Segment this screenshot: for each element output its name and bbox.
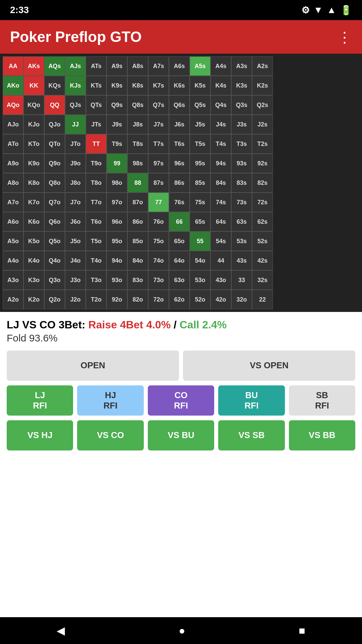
hand-cell-99[interactable]: 99 bbox=[107, 154, 127, 173]
hand-cell-j5o[interactable]: J5o bbox=[65, 231, 86, 251]
hand-cell-q5o[interactable]: Q5o bbox=[44, 231, 65, 251]
hand-cell-75s[interactable]: 75s bbox=[190, 193, 210, 212]
hand-cell-j7o[interactable]: J7o bbox=[65, 193, 86, 212]
hand-cell-82o[interactable]: 82o bbox=[127, 290, 148, 309]
hand-cell-k2o[interactable]: K2o bbox=[23, 290, 44, 309]
hand-cell-jts[interactable]: JTs bbox=[86, 115, 107, 134]
hand-cell-53o[interactable]: 53o bbox=[190, 270, 210, 290]
hj-rfi-button[interactable]: HJRFI bbox=[77, 385, 143, 416]
hand-cell-k9s[interactable]: K9s bbox=[107, 76, 127, 95]
nav-recent-button[interactable]: ■ bbox=[299, 625, 305, 637]
hand-cell-aa[interactable]: AA bbox=[3, 56, 23, 76]
bu-rfi-button[interactable]: BURFI bbox=[218, 385, 285, 416]
co-rfi-button[interactable]: CORFI bbox=[148, 385, 214, 416]
hand-cell-85s[interactable]: 85s bbox=[190, 173, 210, 193]
hand-cell-93s[interactable]: 93s bbox=[231, 154, 252, 173]
hand-cell-t6o[interactable]: T6o bbox=[86, 212, 107, 231]
hand-cell-k8s[interactable]: K8s bbox=[127, 76, 148, 95]
hand-cell-q6s[interactable]: Q6s bbox=[169, 95, 190, 115]
hand-cell-66[interactable]: 66 bbox=[169, 212, 190, 231]
hand-cell-73s[interactable]: 73s bbox=[231, 193, 252, 212]
hand-cell-qjo[interactable]: QJo bbox=[44, 115, 65, 134]
hand-cell-kts[interactable]: KTs bbox=[86, 76, 107, 95]
hand-cell-a6s[interactable]: A6s bbox=[169, 56, 190, 76]
hand-cell-aqo[interactable]: AQo bbox=[3, 95, 23, 115]
hand-cell-43o[interactable]: 43o bbox=[210, 270, 231, 290]
hand-cell-k7s[interactable]: K7s bbox=[148, 76, 169, 95]
hand-cell-92o[interactable]: 92o bbox=[107, 290, 127, 309]
hand-cell-83o[interactable]: 83o bbox=[127, 270, 148, 290]
hand-cell-k8o[interactable]: K8o bbox=[23, 173, 44, 193]
hand-cell-aks[interactable]: AKs bbox=[23, 56, 44, 76]
hand-cell-62s[interactable]: 62s bbox=[252, 212, 273, 231]
hand-cell-q7o[interactable]: Q7o bbox=[44, 193, 65, 212]
hand-cell-t4s[interactable]: T4s bbox=[210, 134, 231, 154]
hand-cell-kqs[interactable]: KQs bbox=[44, 76, 65, 95]
hand-cell-33[interactable]: 33 bbox=[231, 270, 252, 290]
hand-cell-73o[interactable]: 73o bbox=[148, 270, 169, 290]
hand-cell-97o[interactable]: 97o bbox=[107, 193, 127, 212]
hand-cell-j6s[interactable]: J6s bbox=[169, 115, 190, 134]
hand-cell-63o[interactable]: 63o bbox=[169, 270, 190, 290]
hand-cell-42o[interactable]: 42o bbox=[210, 290, 231, 309]
hand-cell-k9o[interactable]: K9o bbox=[23, 154, 44, 173]
hand-cell-87o[interactable]: 87o bbox=[127, 193, 148, 212]
hand-cell-t8s[interactable]: T8s bbox=[127, 134, 148, 154]
hand-cell-k3s[interactable]: K3s bbox=[231, 76, 252, 95]
hand-cell-96s[interactable]: 96s bbox=[169, 154, 190, 173]
hand-cell-65o[interactable]: 65o bbox=[169, 231, 190, 251]
hand-cell-q9s[interactable]: Q9s bbox=[107, 95, 127, 115]
hand-cell-t6s[interactable]: T6s bbox=[169, 134, 190, 154]
hand-cell-84o[interactable]: 84o bbox=[127, 251, 148, 270]
hand-cell-a5o[interactable]: A5o bbox=[3, 231, 23, 251]
hand-cell-q5s[interactable]: Q5s bbox=[190, 95, 210, 115]
hand-cell-q2s[interactable]: Q2s bbox=[252, 95, 273, 115]
hand-cell-t5s[interactable]: T5s bbox=[190, 134, 210, 154]
hand-cell-j6o[interactable]: J6o bbox=[65, 212, 86, 231]
hand-cell-64o[interactable]: 64o bbox=[169, 251, 190, 270]
hand-cell-jto[interactable]: JTo bbox=[65, 134, 86, 154]
hand-cell-76s[interactable]: 76s bbox=[169, 193, 190, 212]
hand-cell-64s[interactable]: 64s bbox=[210, 212, 231, 231]
hand-cell-j2o[interactable]: J2o bbox=[65, 290, 86, 309]
hand-cell-a3o[interactable]: A3o bbox=[3, 270, 23, 290]
hand-cell-a8s[interactable]: A8s bbox=[127, 56, 148, 76]
hand-cell-q8o[interactable]: Q8o bbox=[44, 173, 65, 193]
hand-cell-q3o[interactable]: Q3o bbox=[44, 270, 65, 290]
hand-cell-t7o[interactable]: T7o bbox=[86, 193, 107, 212]
hand-cell-qq[interactable]: QQ bbox=[44, 95, 65, 115]
hand-cell-43s[interactable]: 43s bbox=[231, 251, 252, 270]
hand-cell-76o[interactable]: 76o bbox=[148, 212, 169, 231]
hand-cell-a4o[interactable]: A4o bbox=[3, 251, 23, 270]
hand-cell-a9s[interactable]: A9s bbox=[107, 56, 127, 76]
hand-cell-t5o[interactable]: T5o bbox=[86, 231, 107, 251]
nav-back-button[interactable]: ◀ bbox=[57, 624, 65, 637]
hand-cell-j9o[interactable]: J9o bbox=[65, 154, 86, 173]
hand-cell-85o[interactable]: 85o bbox=[127, 231, 148, 251]
hand-cell-j3o[interactable]: J3o bbox=[65, 270, 86, 290]
hand-cell-qto[interactable]: QTo bbox=[44, 134, 65, 154]
hand-cell-86s[interactable]: 86s bbox=[169, 173, 190, 193]
hand-cell-kjs[interactable]: KJs bbox=[65, 76, 86, 95]
hand-cell-a4s[interactable]: A4s bbox=[210, 56, 231, 76]
hand-cell-aqs[interactable]: AQs bbox=[44, 56, 65, 76]
vs-bb-button[interactable]: VS BB bbox=[289, 420, 355, 450]
hand-cell-ato[interactable]: ATo bbox=[3, 134, 23, 154]
hand-cell-j4s[interactable]: J4s bbox=[210, 115, 231, 134]
hand-cell-75o[interactable]: 75o bbox=[148, 231, 169, 251]
vs-hj-button[interactable]: VS HJ bbox=[7, 420, 73, 450]
hand-cell-t3o[interactable]: T3o bbox=[86, 270, 107, 290]
hand-cell-97s[interactable]: 97s bbox=[148, 154, 169, 173]
hand-cell-t2s[interactable]: T2s bbox=[252, 134, 273, 154]
nav-home-button[interactable]: ● bbox=[179, 625, 185, 637]
hand-cell-q4s[interactable]: Q4s bbox=[210, 95, 231, 115]
hand-cell-84s[interactable]: 84s bbox=[210, 173, 231, 193]
hand-cell-a6o[interactable]: A6o bbox=[3, 212, 23, 231]
hand-cell-t4o[interactable]: T4o bbox=[86, 251, 107, 270]
hand-cell-22[interactable]: 22 bbox=[252, 290, 273, 309]
hand-cell-kto[interactable]: KTo bbox=[23, 134, 44, 154]
hand-cell-54s[interactable]: 54s bbox=[210, 231, 231, 251]
hand-cell-k2s[interactable]: K2s bbox=[252, 76, 273, 95]
hand-cell-k6o[interactable]: K6o bbox=[23, 212, 44, 231]
hand-cell-t9o[interactable]: T9o bbox=[86, 154, 107, 173]
